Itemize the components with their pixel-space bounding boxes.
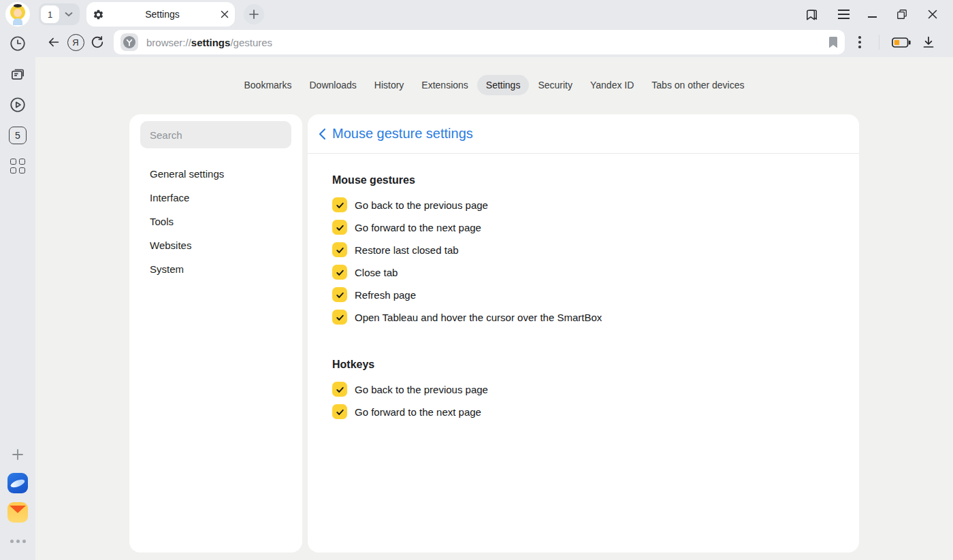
setting-label: Close tab	[355, 267, 398, 278]
url-path: /gestures	[230, 37, 272, 48]
sidebar-item-system[interactable]: System	[140, 257, 291, 281]
checkbox-checked-icon[interactable]	[332, 382, 347, 397]
bookmark-flag-icon[interactable]	[828, 37, 838, 48]
nav-tab-security[interactable]: Security	[529, 75, 581, 95]
setting-label: Go forward to the next page	[355, 222, 481, 233]
badge-count: 5	[9, 127, 27, 144]
setting-label: Go back to the previous page	[355, 384, 488, 395]
feed-icon[interactable]	[8, 65, 27, 84]
browser-window: 5 1	[0, 0, 953, 560]
checkbox-checked-icon[interactable]	[332, 242, 347, 257]
add-panel-plus-icon[interactable]	[8, 445, 27, 464]
url-scheme: browser://	[146, 37, 191, 48]
history-clock-icon[interactable]	[8, 34, 27, 53]
address-bar[interactable]: browser://settings/gestures	[114, 30, 845, 54]
settings-page-favicon	[120, 33, 138, 51]
more-options-kebab-icon[interactable]	[849, 36, 871, 48]
setting-label: Go back to the previous page	[355, 199, 488, 211]
setting-go-forward-to-the-next-page[interactable]: Go forward to the next page	[332, 220, 835, 235]
setting-go-back-to-the-previous-page[interactable]: Go back to the previous page	[332, 382, 835, 397]
window-close-button[interactable]	[927, 9, 938, 20]
section-hotkeys: Hotkeys Go back to the previous page Go …	[332, 359, 835, 419]
checkbox-checked-icon[interactable]	[332, 265, 347, 280]
toolbar-divider	[879, 35, 879, 50]
section-mouse-gestures: Mouse gestures Go back to the previous p…	[332, 174, 835, 325]
avatar-face	[14, 9, 22, 17]
tab-title: Settings	[104, 9, 221, 20]
nav-tab-tabs-on-other-devices[interactable]: Tabs on other devices	[643, 75, 753, 95]
avatar-dress	[13, 18, 22, 25]
url-text: browser://settings/gestures	[146, 37, 272, 48]
yandex-glyph: Я	[67, 34, 84, 51]
downloads-icon[interactable]	[915, 35, 942, 49]
new-tab-button[interactable]	[244, 4, 264, 24]
sidebar-item-interface[interactable]: Interface	[140, 186, 291, 210]
setting-close-tab[interactable]: Close tab	[332, 265, 835, 280]
nav-tab-history[interactable]: History	[366, 75, 413, 95]
setting-open-tableau-and-hover-the-cursor-over-the-smartbox[interactable]: Open Tableau and hover the cursor over t…	[332, 310, 835, 325]
section-heading: Mouse gestures	[332, 174, 835, 186]
mail-icon[interactable]	[7, 502, 28, 523]
tab-count: 1	[41, 5, 59, 23]
avatar-headband	[14, 4, 22, 7]
setting-label: Refresh page	[355, 289, 416, 301]
active-tab[interactable]: Settings	[86, 2, 235, 27]
setting-go-back-to-the-previous-page[interactable]: Go back to the previous page	[332, 197, 835, 212]
settings-main: Mouse gesture settings Mouse gestures Go…	[308, 114, 859, 553]
bookmarks-panel-icon[interactable]	[804, 7, 820, 22]
setting-go-forward-to-the-next-page[interactable]: Go forward to the next page	[332, 404, 835, 419]
nav-tab-downloads[interactable]: Downloads	[301, 75, 366, 95]
side-rail: 5	[0, 0, 35, 560]
page-title: Mouse gesture settings	[332, 126, 473, 142]
sidebar-item-tools[interactable]: Tools	[140, 210, 291, 233]
checkbox-checked-icon[interactable]	[332, 197, 347, 212]
sidebar-item-websites[interactable]: Websites	[140, 233, 291, 257]
url-host: settings	[191, 37, 231, 48]
play-icon[interactable]	[8, 95, 27, 114]
battery-saver-icon[interactable]	[888, 37, 915, 48]
checkbox-checked-icon[interactable]	[332, 404, 347, 419]
checkbox-checked-icon[interactable]	[332, 220, 347, 235]
browser-chrome: 1 Settings	[35, 0, 953, 57]
tab-counter[interactable]: 1	[39, 3, 80, 25]
search-input[interactable]	[140, 121, 291, 148]
nav-tab-extensions[interactable]: Extensions	[413, 75, 476, 95]
sidebar-item-general-settings[interactable]: General settings	[140, 162, 291, 186]
tab-close-icon[interactable]	[221, 10, 229, 18]
settings-sections: Mouse gestures Go back to the previous p…	[308, 154, 859, 419]
settings-page: BookmarksDownloadsHistoryExtensionsSetti…	[35, 57, 953, 560]
checkbox-checked-icon[interactable]	[332, 310, 347, 325]
yandex-browser-icon[interactable]	[7, 473, 28, 493]
window-minimize-button[interactable]	[868, 11, 877, 18]
gear-icon	[93, 9, 104, 20]
nav-tab-settings[interactable]: Settings	[477, 75, 530, 95]
nav-tabs: BookmarksDownloadsHistoryExtensionsSetti…	[35, 57, 953, 113]
settings-sidebar: General settingsInterfaceToolsWebsitesSy…	[129, 114, 302, 553]
five-badge-icon[interactable]: 5	[8, 126, 27, 145]
setting-label: Go forward to the next page	[355, 406, 481, 418]
profile-avatar[interactable]	[5, 2, 30, 27]
nav-tab-bookmarks[interactable]: Bookmarks	[235, 75, 300, 95]
back-arrow-icon[interactable]	[43, 31, 65, 53]
setting-label: Restore last closed tab	[355, 244, 459, 256]
window-restore-button[interactable]	[895, 7, 909, 21]
more-ellipsis-icon[interactable]	[8, 531, 27, 550]
setting-label: Open Tableau and hover the cursor over t…	[355, 312, 602, 323]
refresh-icon[interactable]	[86, 31, 108, 53]
sidebar-list: General settingsInterfaceToolsWebsitesSy…	[140, 162, 291, 281]
section-heading: Hotkeys	[332, 359, 835, 371]
chevron-down-icon	[59, 12, 78, 17]
checkbox-checked-icon[interactable]	[332, 287, 347, 302]
yandex-search-icon[interactable]: Я	[65, 31, 86, 53]
menu-hamburger-icon[interactable]	[838, 10, 850, 18]
back-header[interactable]: Mouse gesture settings	[308, 114, 859, 154]
nav-tab-yandex-id[interactable]: Yandex ID	[581, 75, 643, 95]
setting-restore-last-closed-tab[interactable]: Restore last closed tab	[332, 242, 835, 257]
setting-refresh-page[interactable]: Refresh page	[332, 287, 835, 302]
back-chevron-icon[interactable]	[319, 128, 326, 140]
apps-grid-icon[interactable]	[8, 157, 27, 176]
